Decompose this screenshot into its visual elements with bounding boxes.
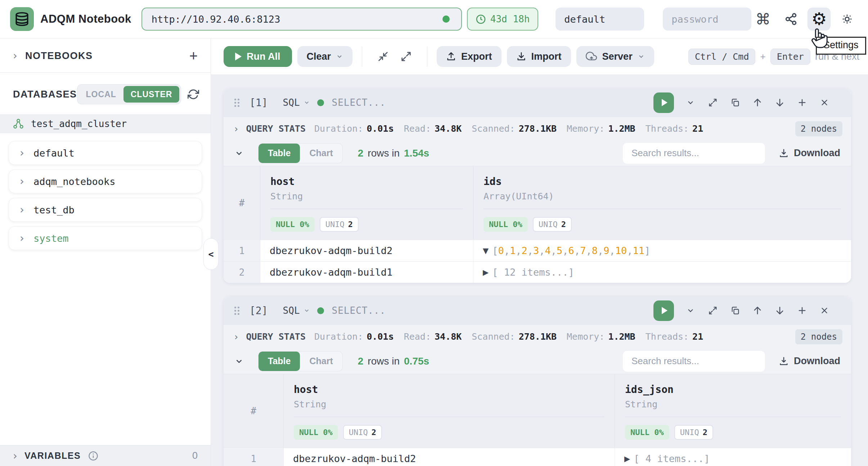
expand-cell-button[interactable] <box>704 302 721 319</box>
stat-label: Read: <box>404 123 431 134</box>
cell-array-value[interactable]: ▶[ 4 items...] <box>615 448 851 466</box>
copy-cell-button[interactable] <box>727 302 744 319</box>
run-cell-button[interactable] <box>653 92 674 113</box>
tab-chart[interactable]: Chart <box>300 144 342 163</box>
stat-label: Scanned: <box>472 123 515 134</box>
collapse-results-button[interactable] <box>234 357 244 366</box>
settings-button[interactable]: ⚙ <box>808 8 831 31</box>
stat-value: 21 <box>692 123 703 134</box>
column-name: ids <box>484 176 841 187</box>
delete-cell-button[interactable] <box>816 302 833 319</box>
column-header-host[interactable]: host String NULL 0% UNIQ2 <box>260 166 473 240</box>
add-cell-button[interactable] <box>793 302 811 319</box>
expand-cell-button[interactable] <box>704 94 721 111</box>
cell-menu-button[interactable] <box>682 302 699 319</box>
connection-url-input[interactable] <box>141 8 462 31</box>
stat-value: 34.8K <box>435 331 462 342</box>
column-header-ids-json[interactable]: ids_json String NULL 0% UNIQ2 <box>615 374 851 448</box>
tab-table[interactable]: Table <box>258 144 300 163</box>
cell-menu-button[interactable] <box>682 94 699 111</box>
drag-handle-icon[interactable] <box>234 307 239 315</box>
import-button[interactable]: Import <box>507 46 571 67</box>
cell-actions <box>653 92 833 113</box>
cluster-item[interactable]: test_adqm_cluster <box>0 114 211 133</box>
move-cell-down-button[interactable] <box>771 302 788 319</box>
theme-toggle-button[interactable] <box>836 8 859 31</box>
cell-array-value[interactable]: ▼[0, 1, 2, 3, 4, 5, 6, 7, 8, 9, 10, 11] <box>473 240 851 261</box>
add-notebook-button[interactable]: + <box>189 49 198 63</box>
server-button[interactable]: Server <box>576 46 654 67</box>
toggle-cluster[interactable]: CLUSTER <box>123 86 180 103</box>
download-results-button[interactable]: Download <box>779 356 840 367</box>
toggle-local[interactable]: LOCAL <box>79 86 123 103</box>
row-number: 1 <box>224 448 284 466</box>
language-select[interactable]: SQL <box>283 305 310 316</box>
row-count-value: 2 <box>358 148 364 159</box>
divider <box>270 209 463 209</box>
uniq-count: 2 <box>348 220 353 229</box>
search-results-input[interactable] <box>623 351 765 372</box>
stat-value: 278.1KB <box>519 123 557 134</box>
notebooks-section-header[interactable]: › NOTEBOOKS + <box>13 49 198 63</box>
sidebar-item-database-system[interactable]: › system <box>9 226 202 250</box>
elapsed-time: 0.75s <box>404 356 429 367</box>
uniq-label: UNIQ <box>680 428 699 437</box>
expand-icon <box>400 50 412 63</box>
expand-all-button[interactable] <box>398 48 414 65</box>
database-name: test_db <box>33 204 75 216</box>
uniq-label: UNIQ <box>349 428 368 437</box>
run-all-label: Run All <box>247 51 280 62</box>
run-cell-button[interactable] <box>653 300 674 321</box>
sidebar-item-database-default[interactable]: › default <box>9 141 202 165</box>
column-name: ids_json <box>625 384 841 395</box>
clear-button[interactable]: Clear <box>297 46 353 67</box>
scope-toggle: LOCAL CLUSTER <box>77 84 181 104</box>
expand-icon <box>708 306 718 316</box>
add-cell-button[interactable] <box>793 94 811 111</box>
run-all-button[interactable]: Run All <box>224 46 292 67</box>
search-results-input[interactable] <box>623 143 765 164</box>
tab-chart[interactable]: Chart <box>300 352 342 371</box>
collapse-results-button[interactable] <box>234 149 244 158</box>
sidebar-collapse-handle[interactable]: < <box>203 238 219 270</box>
drag-handle-icon[interactable] <box>234 99 239 107</box>
move-cell-up-button[interactable] <box>749 94 766 111</box>
chevron-right-icon[interactable]: › <box>234 123 238 134</box>
stat-value: 34.8K <box>435 123 462 134</box>
uniq-count: 2 <box>703 428 707 437</box>
cell-array-value[interactable]: ▶[ 12 items...] <box>473 262 851 283</box>
variables-section-header[interactable]: › VARIABLES 0 <box>0 445 211 466</box>
sidebar-item-database-test-db[interactable]: › test_db <box>9 198 202 222</box>
chevron-right-icon: › <box>20 204 24 215</box>
move-cell-up-button[interactable] <box>749 302 766 319</box>
sidebar-item-database-adqm-notebooks[interactable]: › adqm_notebooks <box>9 169 202 193</box>
export-button[interactable]: Export <box>437 46 502 67</box>
password-field[interactable] <box>663 8 751 31</box>
chevron-down-icon <box>234 149 244 158</box>
copy-cell-button[interactable] <box>727 94 744 111</box>
topbar-actions: ⌘ ⚙ <box>751 8 859 31</box>
column-header-host[interactable]: host String NULL 0% UNIQ2 <box>284 374 615 448</box>
refresh-databases-button[interactable] <box>188 89 199 100</box>
query-stats-row: › QUERY STATS Duration: 0.01s Read: 34.8… <box>224 325 851 348</box>
collapse-all-button[interactable] <box>375 48 391 65</box>
kbd-enter: Enter <box>770 49 810 65</box>
share-button[interactable] <box>779 8 802 31</box>
tab-table[interactable]: Table <box>258 352 300 371</box>
download-label: Download <box>794 356 840 367</box>
delete-cell-button[interactable] <box>816 94 833 111</box>
play-icon <box>662 99 667 106</box>
results-toolbar: Table Chart 2 rows in 1.54s Download <box>224 140 851 166</box>
chevron-right-icon[interactable]: › <box>234 331 238 342</box>
shortcuts-button[interactable]: ⌘ <box>751 8 774 31</box>
notebook-content: [1] SQL SELECT... <box>211 75 868 466</box>
username-field[interactable] <box>556 8 644 31</box>
column-header-ids[interactable]: ids Array(UInt64) NULL 0% UNIQ2 <box>473 166 851 240</box>
download-results-button[interactable]: Download <box>779 148 840 159</box>
play-icon <box>662 307 667 314</box>
language-select[interactable]: SQL <box>283 97 310 108</box>
move-cell-down-button[interactable] <box>771 94 788 111</box>
column-badges: NULL 0% UNIQ2 <box>270 217 463 232</box>
uniq-badge: UNIQ2 <box>674 425 713 440</box>
index-column-header: # <box>224 374 284 448</box>
